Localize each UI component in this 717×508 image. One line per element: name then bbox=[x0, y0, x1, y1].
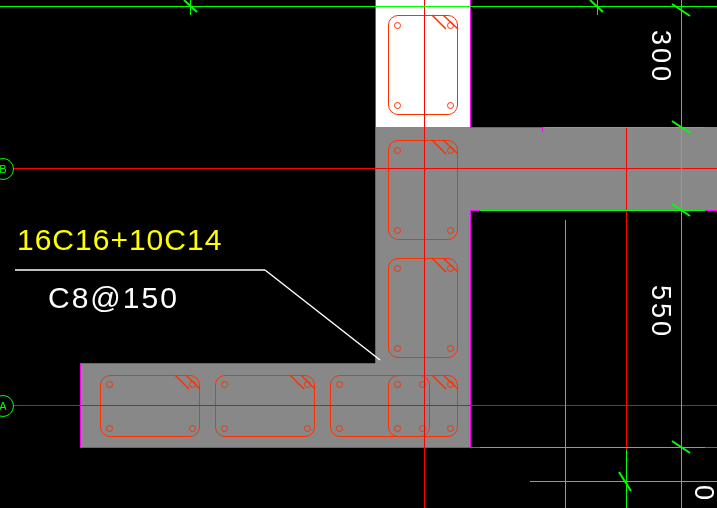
rebar-dot bbox=[336, 425, 343, 432]
dim-ext-5 bbox=[530, 481, 717, 482]
rebar-dot bbox=[221, 425, 228, 432]
rebar-dot bbox=[447, 381, 454, 388]
axis-b-label: B bbox=[0, 163, 7, 175]
rebar-dot bbox=[106, 425, 113, 432]
cad-canvas: B A 16C16+10C14 C8@150 300 550 0 bbox=[0, 0, 717, 508]
rebar-dot bbox=[394, 345, 401, 352]
rebar-dot bbox=[394, 22, 401, 29]
stirrup-v2 bbox=[388, 140, 458, 240]
rebar-dot bbox=[394, 265, 401, 272]
rebar-dot bbox=[106, 381, 113, 388]
rebar-dot bbox=[394, 102, 401, 109]
rebar-dot bbox=[394, 147, 401, 154]
dim-bottom: 0 bbox=[688, 485, 717, 503]
magenta-line-9 bbox=[470, 0, 471, 127]
dim-ext-4 bbox=[626, 450, 627, 508]
axis-line-a bbox=[0, 405, 717, 406]
svg-line-13 bbox=[265, 270, 380, 360]
stirrup-v3 bbox=[388, 258, 458, 358]
stirrup-h2 bbox=[215, 375, 315, 437]
rebar-dot bbox=[304, 425, 311, 432]
rebar-dot bbox=[447, 345, 454, 352]
dim-line-top bbox=[0, 6, 717, 7]
axis-bubble-b: B bbox=[0, 158, 14, 180]
stirrup-h3 bbox=[330, 375, 430, 437]
rebar-dot bbox=[221, 381, 228, 388]
rebar-dot bbox=[394, 381, 401, 388]
magenta-line-5 bbox=[470, 210, 471, 447]
magenta-line-7 bbox=[470, 127, 542, 128]
dim-ext-3 bbox=[480, 447, 705, 448]
magenta-line-7b bbox=[542, 127, 543, 132]
rebar-dot bbox=[447, 425, 454, 432]
rebar-dot bbox=[447, 265, 454, 272]
rebar-dot bbox=[189, 381, 196, 388]
rebar-dot bbox=[447, 102, 454, 109]
rebar-dot bbox=[336, 381, 343, 388]
magenta-line-1 bbox=[375, 127, 376, 363]
magenta-line-2 bbox=[80, 363, 375, 364]
dim-ext-6 bbox=[565, 220, 566, 508]
rebar-dot bbox=[447, 22, 454, 29]
axis-line-v1 bbox=[424, 0, 425, 508]
rebar-dot bbox=[189, 425, 196, 432]
rebar-main-label: 16C16+10C14 bbox=[17, 223, 222, 257]
dim-ext-2 bbox=[480, 210, 705, 211]
rebar-dot bbox=[304, 381, 311, 388]
dim-line-right-v bbox=[681, 0, 682, 508]
rebar-dot bbox=[394, 425, 401, 432]
rebar-dot bbox=[394, 227, 401, 234]
dim-550: 550 bbox=[645, 285, 676, 339]
dim-ext-1 bbox=[545, 127, 705, 128]
rebar-dot bbox=[447, 227, 454, 234]
axis-bubble-a: A bbox=[0, 395, 14, 417]
axis-a-label: A bbox=[0, 400, 7, 412]
rebar-dot bbox=[447, 147, 454, 154]
dim-300: 300 bbox=[645, 30, 676, 84]
stirrup-v1 bbox=[388, 15, 458, 115]
axis-line-b bbox=[0, 168, 717, 169]
dim-line-mid bbox=[597, 0, 598, 15]
magenta-line-8 bbox=[375, 0, 376, 127]
dim-line-left bbox=[190, 0, 191, 15]
rebar-stirrup-label: C8@150 bbox=[48, 281, 179, 315]
stirrup-h1 bbox=[100, 375, 200, 437]
